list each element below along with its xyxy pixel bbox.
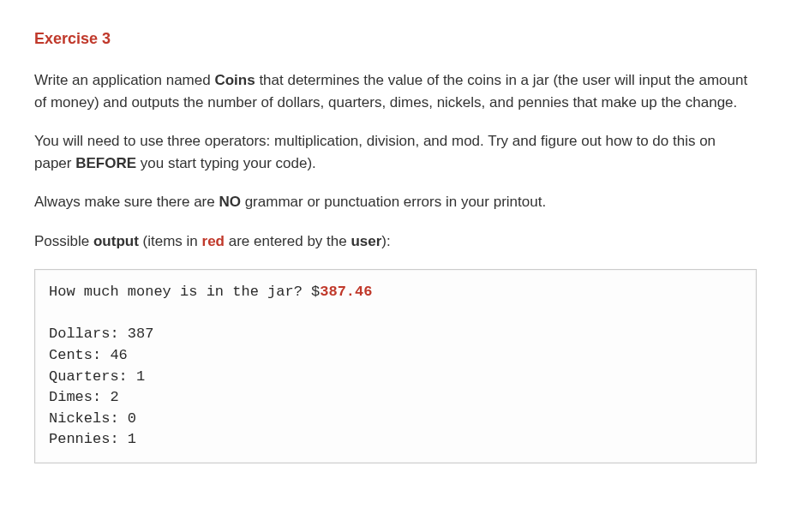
p4-red: red <box>202 233 225 249</box>
paragraph-3: Always make sure there are NO grammar or… <box>34 191 757 213</box>
output-box: How much money is in the jar? $387.46 Do… <box>34 269 757 463</box>
p4-seg3: are entered by the <box>225 233 351 249</box>
p3-bold-no: NO <box>219 194 241 210</box>
output-quarters: Quarters: 1 <box>49 367 742 388</box>
output-prompt: How much money is in the jar? $ <box>49 284 320 300</box>
p3-seg2: grammar or punctuation errors in your pr… <box>241 194 546 210</box>
output-pennies: Pennies: 1 <box>49 429 742 451</box>
p1-seg1: Write an application named <box>34 72 214 88</box>
p2-seg2: you start typing your code). <box>136 155 316 171</box>
p1-bold-coins: Coins <box>214 72 255 88</box>
p4-seg2: (items in <box>139 233 202 249</box>
output-nickels: Nickels: 0 <box>49 409 742 430</box>
p4-seg4: ): <box>381 233 390 249</box>
p4-bold-user: user <box>351 233 381 249</box>
output-prompt-line: How much money is in the jar? $387.46 <box>49 282 742 303</box>
output-dimes: Dimes: 2 <box>49 387 742 409</box>
paragraph-2: You will need to use three operators: mu… <box>34 130 757 174</box>
output-dollars: Dollars: 387 <box>49 324 742 345</box>
p2-bold-before: BEFORE <box>75 155 136 171</box>
p4-seg1: Possible <box>34 233 93 249</box>
p4-bold-output: output <box>93 233 139 249</box>
output-user-input: 387.46 <box>320 284 372 300</box>
output-cents: Cents: 46 <box>49 345 742 367</box>
paragraph-1: Write an application named Coins that de… <box>34 69 757 113</box>
exercise-title: Exercise 3 <box>34 27 757 51</box>
paragraph-4: Possible output (items in red are entere… <box>34 230 757 253</box>
p3-seg1: Always make sure there are <box>34 194 219 210</box>
output-blank-line <box>49 303 742 325</box>
